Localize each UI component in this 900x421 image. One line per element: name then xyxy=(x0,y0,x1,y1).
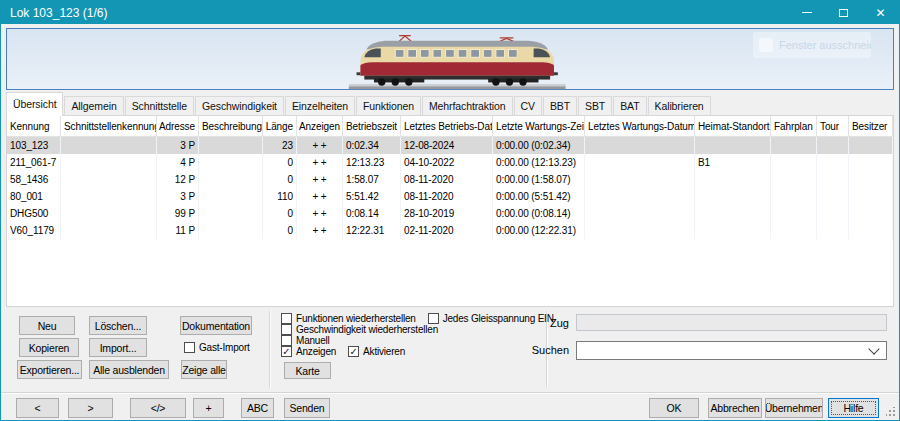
plus-button[interactable]: + xyxy=(193,398,224,418)
column-header-adresse[interactable]: Adresse xyxy=(157,116,199,136)
resize-grip[interactable] xyxy=(886,407,896,417)
column-header-letzte-wartungs-zeit[interactable]: Letzte Wartungs-Zeit xyxy=(493,116,585,136)
alle-ausblenden-button[interactable]: Alle ausblenden xyxy=(89,360,169,379)
column-header-schnittstellenkennung[interactable]: Schnittstellenkennung xyxy=(61,116,157,136)
column-header-beschreibung[interactable]: Beschreibung xyxy=(199,116,263,136)
tab-allgemein[interactable]: Allgemein xyxy=(64,96,123,116)
exportieren-button[interactable]: Exportieren... xyxy=(17,360,82,379)
gast-import-checkbox-box[interactable] xyxy=(184,342,195,353)
hilfe-button[interactable]: Hilfe xyxy=(828,398,879,418)
tab-cv[interactable]: CV xyxy=(514,96,542,116)
cell-schnittstellenkennung xyxy=(61,154,157,171)
table-row[interactable]: DHG50099 P0+ +0:08.1428-10-20190:00.00 (… xyxy=(7,205,893,222)
dokumentation-button[interactable]: Dokumentation xyxy=(180,316,252,335)
column-header-betriebszeit[interactable]: Betriebszeit xyxy=(343,116,401,136)
table-row[interactable]: 103_1233 P23+ +0:02.3412-08-20240:00.00 … xyxy=(7,137,893,154)
checkbox-box[interactable] xyxy=(281,313,292,324)
loeschen-button[interactable]: Löschen... xyxy=(89,316,147,335)
maximize-button[interactable] xyxy=(825,1,862,24)
tab-mehrfachtraktion[interactable]: Mehrfachtraktion xyxy=(422,96,513,116)
cell-lange: 0 xyxy=(263,205,297,222)
aktivieren-checkbox[interactable]: ✓Aktivieren xyxy=(348,346,405,357)
cell-anzeigen: + + xyxy=(297,154,343,171)
cell-tour xyxy=(817,205,849,222)
close-icon: ✕ xyxy=(875,6,885,20)
cell-besitzer xyxy=(849,188,893,205)
cell-betriebszeit: 0:02.34 xyxy=(343,137,401,154)
kopieren-button[interactable]: Kopieren xyxy=(19,338,79,357)
karte-button[interactable]: Karte xyxy=(284,362,331,379)
funktionen-wiederherstellen-checkbox[interactable]: Funktionen wiederherstellen xyxy=(281,313,416,324)
column-header-letztes-wartungs-datum[interactable]: Letztes Wartungs-Datum xyxy=(585,116,695,136)
table-row[interactable]: 80_0013 P110+ +5:51.4208-11-20200:00.00 … xyxy=(7,188,893,205)
tab-ubersicht[interactable]: Übersicht xyxy=(6,92,63,116)
suchen-combobox[interactable] xyxy=(576,341,887,360)
checkbox-box[interactable] xyxy=(281,335,292,346)
gast-import-checkbox[interactable]: Gast-Import xyxy=(184,342,262,353)
tab-geschwindigkeit[interactable]: Geschwindigkeit xyxy=(195,96,284,116)
titlebar[interactable]: Lok 103_123 (1/6) ✕ xyxy=(1,1,899,24)
cell-letztes-wartungs-datum xyxy=(585,205,695,222)
next-button[interactable]: > xyxy=(68,398,113,418)
column-header-besitzer[interactable]: Besitzer xyxy=(849,116,893,136)
cell-adresse: 3 P xyxy=(157,188,199,205)
prev-button[interactable]: < xyxy=(16,398,59,418)
cell-letztes-betriebs-datum: 28-10-2019 xyxy=(401,205,493,222)
manuell-checkbox[interactable]: Manuell xyxy=(281,335,330,346)
cell-schnittstellenkennung xyxy=(61,188,157,205)
checkbox-box[interactable] xyxy=(281,324,292,335)
checkbox-box[interactable]: ✓ xyxy=(348,346,359,357)
cell-betriebszeit: 12:13.23 xyxy=(343,154,401,171)
abbrechen-button[interactable]: Abbrechen xyxy=(708,398,762,418)
ok-button[interactable]: OK xyxy=(649,398,699,418)
tab-bbt[interactable]: BBT xyxy=(543,96,577,116)
abc-button[interactable]: ABC xyxy=(241,398,274,418)
table-row[interactable]: 58_143612 P0+ +1:58.0708-11-20200:00.00 … xyxy=(7,171,893,188)
cell-kennung: 80_001 xyxy=(7,188,61,205)
uebernehmen-button[interactable]: Übernehmen xyxy=(765,398,823,418)
cell-schnittstellenkennung xyxy=(61,137,157,154)
cell-letztes-betriebs-datum: 02-11-2020 xyxy=(401,222,493,239)
table-row[interactable]: 211_061-74 P0+ +12:13.2304-10-20220:00.0… xyxy=(7,154,893,171)
column-header-fahrplan[interactable]: Fahrplan xyxy=(771,116,817,136)
column-header-kennung[interactable]: Kennung xyxy=(7,116,61,136)
suchen-label: Suchen xyxy=(501,344,569,356)
cell-lange: 0 xyxy=(263,171,297,188)
locomotive-image xyxy=(337,30,577,90)
cell-lange: 0 xyxy=(263,222,297,239)
geschwindigkeit-wiederherstellen-checkbox[interactable]: Geschwindigkeit wiederherstellen xyxy=(281,324,438,335)
tab-bat[interactable]: BAT xyxy=(613,96,646,116)
cell-heimat-standort xyxy=(695,188,771,205)
cell-letzte-wartungs-zeit: 0:00.00 (0:08.14) xyxy=(493,205,585,222)
cell-heimat-standort xyxy=(695,222,771,239)
tab-einzelheiten[interactable]: Einzelheiten xyxy=(285,96,355,116)
tab-sbt[interactable]: SBT xyxy=(578,96,612,116)
tab-funktionen[interactable]: Funktionen xyxy=(356,96,421,116)
cell-tour xyxy=(817,137,849,154)
minimize-button[interactable] xyxy=(788,1,825,24)
cell-letztes-wartungs-datum xyxy=(585,222,695,239)
column-header-anzeigen[interactable]: Anzeigen xyxy=(297,116,343,136)
close-button[interactable]: ✕ xyxy=(862,1,899,24)
import-button[interactable]: Import... xyxy=(89,338,147,357)
cell-fahrplan xyxy=(771,205,817,222)
cell-letzte-wartungs-zeit: 0:00.00 (12:13.23) xyxy=(493,154,585,171)
senden-button[interactable]: Senden xyxy=(284,398,330,418)
cell-betriebszeit: 12:22.31 xyxy=(343,222,401,239)
anzeigen-checkbox[interactable]: ✓Anzeigen xyxy=(281,346,336,357)
table-row[interactable]: V60_117911 P0+ +12:22.3102-11-20200:00.0… xyxy=(7,222,893,239)
column-header-heimat-standort[interactable]: Heimat-Standort xyxy=(695,116,771,136)
checkbox-box[interactable]: ✓ xyxy=(281,346,292,357)
checkbox-box[interactable] xyxy=(428,313,439,324)
tab-kalibrieren[interactable]: Kalibrieren xyxy=(648,96,711,116)
code-button[interactable]: </> xyxy=(130,398,186,418)
zug-input[interactable] xyxy=(576,314,887,331)
zeige-alle-button[interactable]: Zeige alle xyxy=(181,360,227,379)
column-header-lange[interactable]: Länge xyxy=(263,116,297,136)
column-header-letztes-betriebs-datum[interactable]: Letztes Betriebs-Datum xyxy=(401,116,493,136)
tab-schnittstelle[interactable]: Schnittstelle xyxy=(125,96,194,116)
cell-betriebszeit: 5:51.42 xyxy=(343,188,401,205)
neu-button[interactable]: Neu xyxy=(19,316,75,335)
column-header-tour[interactable]: Tour xyxy=(817,116,849,136)
cell-betriebszeit: 0:08.14 xyxy=(343,205,401,222)
